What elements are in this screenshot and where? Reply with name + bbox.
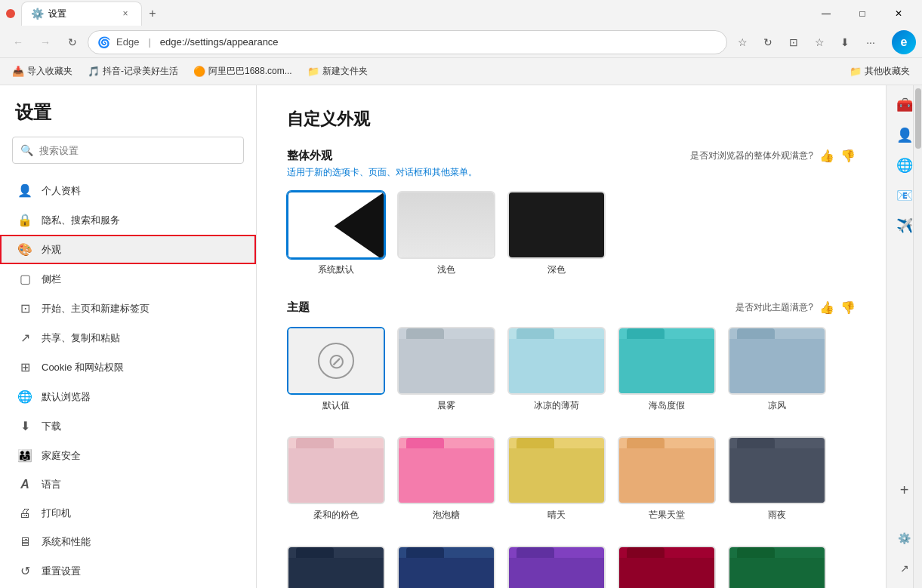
new-tab-button[interactable]: +	[142, 3, 163, 24]
theme-card-purple[interactable]	[507, 546, 606, 588]
bookmark-import[interactable]: 📥 导入收藏夹	[6, 62, 79, 81]
page-title: 自定义外观	[287, 108, 856, 131]
theme-card-mango[interactable]: 芒果天堂	[618, 436, 716, 522]
theme-preview-misty	[397, 327, 495, 395]
profile-icon: 👤	[17, 183, 32, 198]
edge-logo[interactable]: e	[892, 30, 916, 54]
theme-card-darkred[interactable]	[618, 546, 716, 588]
start-icon: ⊡	[17, 301, 32, 316]
tab-label: 设置	[48, 8, 66, 20]
search-box[interactable]: 🔍	[12, 137, 244, 164]
sidebar-item-cookies[interactable]: ⊞ Cookie 和网站权限	[0, 352, 256, 382]
overall-rating: 是否对浏览器的整体外观满意? 👍 👎	[690, 149, 856, 163]
maximize-button[interactable]: □	[845, 0, 880, 26]
address-bar[interactable]: 🌀 Edge | edge://settings/appearance	[88, 30, 727, 54]
theme-card-system[interactable]: 系统默认	[287, 191, 385, 276]
traffic-light	[6, 9, 15, 18]
active-tab[interactable]: ⚙️ 设置 ×	[21, 2, 142, 26]
import-icon: 📥	[12, 66, 24, 77]
sidebar-item-downloads[interactable]: ⬇ 下载	[0, 411, 256, 441]
refresh-button[interactable]: ↻	[60, 30, 85, 54]
theme-preview-mango	[618, 436, 716, 504]
theme-card-darknavy[interactable]	[287, 546, 385, 588]
address-separator: |	[148, 36, 150, 48]
theme-thumbup-button[interactable]: 👍	[819, 300, 834, 315]
theme-card-coolbreeze[interactable]: 凉风	[728, 327, 826, 412]
theme-thumbdown-button[interactable]: 👎	[840, 300, 856, 315]
other-bookmarks-icon: 📁	[850, 66, 862, 77]
scroll-thumb[interactable]	[915, 88, 921, 149]
theme-label-system: 系统默认	[318, 263, 354, 276]
theme-card-default[interactable]: ⊘ 默认值	[287, 327, 385, 412]
browser-icon: 🌐	[17, 389, 32, 404]
theme-section: 主题 是否对此主题满意? 👍 👎 ⊘ 默认值	[287, 300, 856, 588]
sidebar-item-system[interactable]: 🖥 系统和性能	[0, 528, 256, 556]
bookmark-tiktok[interactable]: 🎵 抖音-记录美好生活	[82, 62, 184, 81]
theme-label-sunny: 晴天	[547, 509, 566, 522]
bookmarks-right[interactable]: 📁 其他收藏夹	[843, 62, 916, 81]
disabled-icon: ⊘	[318, 343, 354, 379]
nav-bar: ← → ↻ 🌀 Edge | edge://settings/appearanc…	[0, 26, 922, 58]
bookmark-alibaba[interactable]: 🟠 阿里巴巴1688.com...	[187, 62, 298, 81]
download-button[interactable]: ⬇	[833, 30, 857, 54]
minimize-button[interactable]: —	[809, 0, 843, 26]
theme-card-rainynight[interactable]: 雨夜	[728, 436, 826, 522]
bookmarks-bar: 📥 导入收藏夹 🎵 抖音-记录美好生活 🟠 阿里巴巴1688.com... 📁 …	[0, 58, 922, 85]
theme-label-light: 浅色	[437, 263, 455, 276]
tiktok-icon: 🎵	[88, 66, 100, 77]
theme-card-dark[interactable]: 深色	[507, 191, 606, 276]
sidebar-item-browser[interactable]: 🌐 默认浏览器	[0, 382, 256, 411]
theme-card-icymint[interactable]: 冰凉的薄荷	[507, 327, 606, 412]
tab-bar: ⚙️ 设置 × +	[21, 0, 803, 26]
folder-label: 新建文件夹	[322, 65, 368, 78]
overall-thumbdown-button[interactable]: 👎	[840, 149, 856, 163]
theme-preview-softpink	[287, 436, 385, 504]
family-label: 家庭安全	[42, 449, 81, 463]
theme-label-default: 默认值	[322, 399, 350, 412]
sidebar-item-family[interactable]: 👨‍👩‍👧 家庭安全	[0, 441, 256, 470]
sidebar-item-appearance[interactable]: 🎨 外观	[0, 235, 256, 264]
sidebar-item-sidebar[interactable]: ▢ 侧栏	[0, 264, 256, 294]
theme-label-softpink: 柔和的粉色	[313, 509, 359, 522]
theme-card-sunny[interactable]: 晴天	[507, 436, 606, 522]
sidebar-item-reset[interactable]: ↺ 重置设置	[0, 556, 256, 586]
forward-button[interactable]: →	[33, 30, 57, 54]
theme-preview-light	[397, 191, 495, 259]
sidebar-item-printer[interactable]: 🖨 打印机	[0, 499, 256, 528]
theme-card-softpink[interactable]: 柔和的粉色	[287, 436, 385, 522]
theme-preview-darkred	[618, 546, 716, 588]
tab-close-button[interactable]: ×	[119, 7, 132, 20]
vertical-scrollbar[interactable]	[913, 85, 922, 588]
theme-card-forest[interactable]	[728, 546, 826, 588]
favorite-button[interactable]: ☆	[730, 30, 754, 54]
sidebar-nav-label: 侧栏	[42, 272, 61, 286]
downloads-icon: ⬇	[17, 419, 32, 433]
sidebar-item-share[interactable]: ↗ 共享、复制和粘贴	[0, 323, 256, 352]
more-button[interactable]: ···	[859, 30, 883, 54]
theme-section-header: 主题 是否对此主题满意? 👍 👎	[287, 300, 856, 315]
search-input[interactable]	[39, 145, 236, 156]
sidebar-item-languages[interactable]: A 语言	[0, 470, 256, 499]
close-button[interactable]: ✕	[881, 0, 916, 26]
refresh-profile-button[interactable]: ↻	[756, 30, 780, 54]
theme-card-blue[interactable]	[397, 546, 495, 588]
sidebar-item-profile[interactable]: 👤 个人资料	[0, 176, 256, 205]
theme-label-misty: 晨雾	[437, 399, 455, 412]
overall-thumbup-button[interactable]: 👍	[819, 149, 834, 163]
theme-card-bubblegum[interactable]: 泡泡糖	[397, 436, 495, 522]
theme-preview-rainynight	[728, 436, 826, 504]
back-button[interactable]: ←	[6, 30, 30, 54]
overall-section: 整体外观 是否对浏览器的整体外观满意? 👍 👎 适用于新的选项卡、页面、对话框和…	[287, 149, 856, 276]
theme-card-light[interactable]: 浅色	[397, 191, 495, 276]
folder-icon: 📁	[307, 66, 319, 77]
theme-preview-bubblegum	[397, 436, 495, 504]
bookmark-folder[interactable]: 📁 新建文件夹	[301, 62, 374, 81]
address-brand: Edge	[116, 36, 139, 48]
split-screen-button[interactable]: ⊡	[782, 30, 806, 54]
theme-card-island[interactable]: 海岛度假	[618, 327, 716, 412]
favorites-button[interactable]: ☆	[807, 30, 831, 54]
sidebar-item-privacy[interactable]: 🔒 隐私、搜索和服务	[0, 205, 256, 235]
theme-preview-island	[618, 327, 716, 395]
sidebar-item-start[interactable]: ⊡ 开始、主页和新建标签页	[0, 294, 256, 323]
theme-card-misty[interactable]: 晨雾	[397, 327, 495, 412]
